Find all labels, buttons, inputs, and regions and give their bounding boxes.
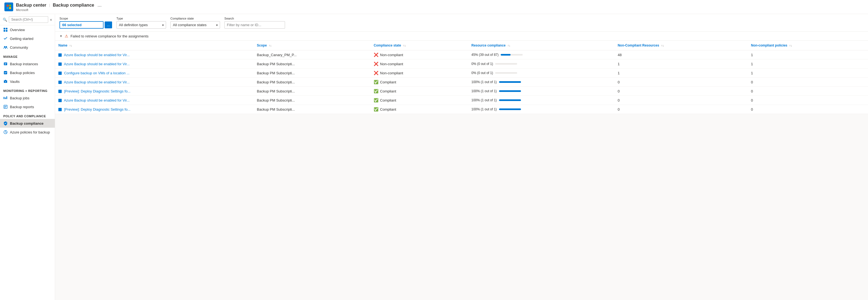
scope-input-wrap: ... [60,21,112,29]
noncompliant-icon: ❌ [374,53,378,57]
sidebar-item-backup-instances[interactable]: Backup instances [0,60,55,68]
search-filter-input[interactable] [224,21,285,29]
svg-rect-2 [7,7,8,9]
warning-banner: ▼ ⚠ Failed to retrieve compliance for th… [55,32,868,41]
header-more-button[interactable]: ... [97,2,102,8]
svg-rect-21 [4,106,7,106]
filter-bar: Scope ... Type All definition types Comp… [55,14,868,32]
resource-compliance-bar-fill [499,81,521,83]
cell-non-compliant-policies-3: 0 [748,78,868,87]
col-header-scope[interactable]: Scope ↑↓ [254,41,370,51]
backup-instances-icon [3,62,8,66]
compliant-icon: ✅ [374,107,378,111]
cell-scope-6: Backup PM Subscripti... [254,105,370,114]
resource-compliance-text: 0% (0 out of 1) [471,62,493,66]
policy-name-link-1[interactable]: Azure Backup should be enabled for Vir..… [64,62,130,66]
table-row: Azure Backup should be enabled for Vir..… [55,51,868,60]
resource-compliance-bar-fill [499,108,521,110]
policy-name-link-0[interactable]: Azure Backup should be enabled for Vir..… [64,53,130,57]
policy-name-link-5[interactable]: Azure Backup should be enabled for Vir..… [64,98,130,102]
svg-rect-6 [4,30,5,32]
compliance-state-label: Compliance state [170,17,220,20]
sort-icon-name[interactable]: ↑↓ [69,44,72,47]
cell-non-compliant-resources-1: 1 [614,60,748,69]
scope-label: Scope [60,17,112,20]
cell-compliance-state-3: ✅ Compliant [370,78,468,87]
sidebar-search-area: 🔍 « [0,14,55,25]
type-select[interactable]: All definition types [117,21,166,29]
col-header-non-compliant-resources[interactable]: Non-Compliant Resources ↑↓ [614,41,748,51]
collapse-sidebar-button[interactable]: « [50,17,52,22]
overview-icon [3,28,8,32]
svg-rect-1 [9,5,11,7]
search-input[interactable] [9,16,48,23]
resource-compliance-bar-bg [495,72,517,74]
warning-triangle-icon: ⚠ [65,34,68,38]
sort-icon-non-compliant-policies[interactable]: ↑↓ [789,44,792,47]
compliance-state-text: Non-compliant [380,71,403,75]
cell-non-compliant-resources-5: 0 [614,96,748,105]
page-title: Backup compliance [53,3,94,8]
policy-name-link-4[interactable]: [Preview]: Deploy Diagnostic Settings fo… [64,89,130,93]
sort-icon-resource-compliance[interactable]: ↑↓ [507,44,510,47]
sidebar-item-label: Backup reports [10,105,34,109]
svg-rect-0 [7,5,8,7]
cell-non-compliant-resources-3: 0 [614,78,748,87]
cell-name-4: [Preview]: Deploy Diagnostic Settings fo… [55,87,254,96]
sidebar-item-vaults[interactable]: Vaults [0,77,55,86]
resource-compliance-bar-bg [499,99,521,101]
svg-rect-5 [6,28,7,29]
sort-icon-non-compliant-resources[interactable]: ↑↓ [661,44,664,47]
resource-compliance-text: 0% (0 out of 1) [471,71,493,75]
resource-compliance-text: 100% (1 out of 1) [471,98,497,102]
backup-compliance-icon [3,121,8,126]
sidebar-item-backup-reports[interactable]: Backup reports [0,102,55,111]
cell-compliance-state-2: ❌ Non-compliant [370,69,468,78]
scope-more-button[interactable]: ... [105,22,112,28]
sidebar-item-label: Backup instances [10,62,38,66]
col-header-compliance-state[interactable]: Compliance state ↑↓ [370,41,468,51]
col-header-resource-compliance[interactable]: Resource compliance ↑↓ [468,41,614,51]
sort-icon-compliance-state[interactable]: ↑↓ [403,44,406,47]
azure-policies-icon [3,130,8,134]
resource-compliance-bar-bg [501,54,523,56]
monitoring-section-label: Monitoring + reporting [0,86,55,94]
sort-icon-scope[interactable]: ↑↓ [269,44,272,47]
col-header-name[interactable]: Name ↑↓ [55,41,254,51]
cell-name-1: Azure Backup should be enabled for Vir..… [55,60,254,69]
cell-scope-2: Backup PM Subscripti... [254,69,370,78]
cell-resource-compliance-4: 100% (1 out of 1) [468,87,614,96]
cell-resource-compliance-3: 100% (1 out of 1) [468,78,614,87]
sidebar-item-getting-started[interactable]: Getting started [0,34,55,43]
sidebar-item-overview[interactable]: Overview [0,25,55,34]
policy-name-link-6[interactable]: [Preview]: Deploy Diagnostic Settings fo… [64,107,130,111]
cell-scope-1: Backup PM Subscripti... [254,60,370,69]
sidebar-item-backup-jobs[interactable]: Backup jobs [0,94,55,102]
search-filter-group: Search [224,17,285,29]
sidebar-item-backup-policies[interactable]: Backup policies [0,68,55,77]
manage-section-label: Manage [0,52,55,60]
table-area: Name ↑↓ Scope ↑↓ Compliance state ↑↓ R [55,41,868,300]
svg-rect-3 [9,7,11,9]
policy-name-link-3[interactable]: Azure Backup should be enabled for Vir..… [64,80,130,84]
getting-started-icon [3,36,8,41]
cell-name-5: Azure Backup should be enabled for Vir..… [55,96,254,105]
col-header-non-compliant-policies[interactable]: Non-compliant policies ↑↓ [748,41,868,51]
policy-name-link-2[interactable]: Configure backup on VMs of a location ..… [64,71,130,75]
sidebar-item-azure-policies[interactable]: Azure policies for backup [0,128,55,136]
search-filter-label: Search [224,17,285,20]
sidebar-item-backup-compliance[interactable]: Backup compliance [0,119,55,128]
sidebar-item-label: Backup compliance [10,121,43,126]
compliance-state-text: Compliant [380,89,396,93]
cell-name-0: Azure Backup should be enabled for Vir..… [55,51,254,60]
cell-compliance-state-5: ✅ Compliant [370,96,468,105]
svg-rect-18 [5,97,6,99]
cell-non-compliant-policies-2: 1 [748,69,868,78]
scope-input[interactable] [60,21,103,29]
cell-scope-5: Backup PM Subscripti... [254,96,370,105]
cell-resource-compliance-6: 100% (1 out of 1) [468,105,614,114]
compliance-state-select[interactable]: All compliance states [170,21,220,29]
sidebar-item-community[interactable]: Community [0,43,55,52]
cell-compliance-state-4: ✅ Compliant [370,87,468,96]
sidebar-item-label: Backup jobs [10,96,29,100]
